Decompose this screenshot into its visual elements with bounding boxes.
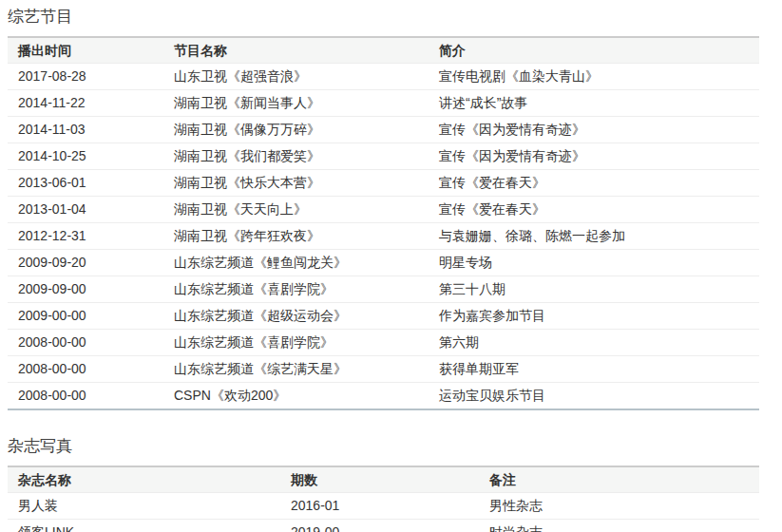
table-row: 2013-06-01 湖南卫视《快乐大本营》 宣传《爱在春天》 bbox=[8, 170, 759, 197]
table-row: 2014-11-22 湖南卫视《新闻当事人》 讲述“成长”故事 bbox=[8, 90, 759, 117]
cell-intro: 明星专场 bbox=[429, 250, 759, 276]
cell-magazine-name: 男人装 bbox=[8, 493, 280, 520]
cell-intro: 与袁姗姗、徐璐、陈燃一起参加 bbox=[429, 223, 759, 250]
column-header-note: 备注 bbox=[479, 466, 759, 493]
cell-program-name: 山东综艺频道《鲤鱼闯龙关》 bbox=[163, 250, 429, 276]
cell-program-name: CSPN《欢动200》 bbox=[163, 383, 429, 410]
cell-intro: 作为嘉宾参加节目 bbox=[429, 303, 759, 330]
cell-broadcast-time: 2014-11-22 bbox=[8, 90, 163, 117]
cell-broadcast-time: 2017-08-28 bbox=[8, 64, 163, 90]
cell-intro: 运动宝贝娱乐节目 bbox=[429, 383, 759, 410]
cell-broadcast-time: 2009-00-00 bbox=[8, 303, 163, 330]
cell-broadcast-time: 2008-00-00 bbox=[8, 330, 163, 356]
cell-issue: 2019-00 bbox=[280, 520, 479, 532]
table-row: 2009-09-20 山东综艺频道《鲤鱼闯龙关》 明星专场 bbox=[8, 250, 759, 276]
cell-magazine-name: 领客LINK bbox=[8, 520, 280, 532]
cell-intro: 宣传《因为爱情有奇迹》 bbox=[429, 143, 759, 170]
cell-note: 时尚杂志 bbox=[479, 520, 759, 532]
cell-program-name: 山东卫视《超强音浪》 bbox=[163, 64, 429, 90]
column-header-intro: 简介 bbox=[429, 37, 759, 64]
table-row: 2014-11-03 湖南卫视《偶像万万碎》 宣传《因为爱情有奇迹》 bbox=[8, 117, 759, 143]
column-header-broadcast-time: 播出时间 bbox=[8, 37, 163, 64]
table-row: 2008-00-00 山东综艺频道《喜剧学院》 第六期 bbox=[8, 330, 759, 356]
cell-program-name: 湖南卫视《快乐大本营》 bbox=[163, 170, 429, 197]
cell-program-name: 山东综艺频道《喜剧学院》 bbox=[163, 330, 429, 356]
cell-broadcast-time: 2012-12-31 bbox=[8, 223, 163, 250]
table-row: 2012-12-31 湖南卫视《跨年狂欢夜》 与袁姗姗、徐璐、陈燃一起参加 bbox=[8, 223, 759, 250]
table-row: 男人装 2016-01 男性杂志 bbox=[8, 493, 759, 520]
cell-program-name: 山东综艺频道《超级运动会》 bbox=[163, 303, 429, 330]
cell-intro: 宣传《因为爱情有奇迹》 bbox=[429, 117, 759, 143]
table-row: 2013-01-04 湖南卫视《天天向上》 宣传《爱在春天》 bbox=[8, 197, 759, 223]
cell-note: 男性杂志 bbox=[479, 493, 759, 520]
cell-intro: 获得单期亚军 bbox=[429, 356, 759, 383]
table-header-row: 杂志名称 期数 备注 bbox=[8, 466, 759, 493]
cell-program-name: 湖南卫视《偶像万万碎》 bbox=[163, 117, 429, 143]
cell-broadcast-time: 2014-11-03 bbox=[8, 117, 163, 143]
cell-broadcast-time: 2014-10-25 bbox=[8, 143, 163, 170]
table-row: 2009-09-00 山东综艺频道《喜剧学院》 第三十八期 bbox=[8, 276, 759, 303]
cell-intro: 第三十八期 bbox=[429, 276, 759, 303]
cell-program-name: 山东综艺频道《综艺满天星》 bbox=[163, 356, 429, 383]
cell-intro: 第六期 bbox=[429, 330, 759, 356]
column-header-magazine-name: 杂志名称 bbox=[8, 466, 280, 493]
section-variety-shows: 综艺节目 播出时间 节目名称 简介 2017-08-28 山东卫视《超强音浪》 … bbox=[8, 8, 759, 410]
variety-shows-table: 播出时间 节目名称 简介 2017-08-28 山东卫视《超强音浪》 宣传电视剧… bbox=[8, 36, 759, 410]
table-row: 2014-10-25 湖南卫视《我们都爱笑》 宣传《因为爱情有奇迹》 bbox=[8, 143, 759, 170]
cell-program-name: 湖南卫视《天天向上》 bbox=[163, 197, 429, 223]
cell-intro: 宣传电视剧《血染大青山》 bbox=[429, 64, 759, 90]
cell-broadcast-time: 2008-00-00 bbox=[8, 356, 163, 383]
table-row: 2008-00-00 山东综艺频道《综艺满天星》 获得单期亚军 bbox=[8, 356, 759, 383]
table-row: 2008-00-00 CSPN《欢动200》 运动宝贝娱乐节目 bbox=[8, 383, 759, 410]
cell-broadcast-time: 2009-09-00 bbox=[8, 276, 163, 303]
magazines-table: 杂志名称 期数 备注 男人装 2016-01 男性杂志 领客LINK 2019-… bbox=[8, 466, 759, 532]
cell-intro: 宣传《爱在春天》 bbox=[429, 197, 759, 223]
table-row: 2009-00-00 山东综艺频道《超级运动会》 作为嘉宾参加节目 bbox=[8, 303, 759, 330]
cell-program-name: 湖南卫视《新闻当事人》 bbox=[163, 90, 429, 117]
cell-program-name: 湖南卫视《我们都爱笑》 bbox=[163, 143, 429, 170]
magazines-title: 杂志写真 bbox=[8, 437, 759, 456]
cell-intro: 讲述“成长”故事 bbox=[429, 90, 759, 117]
column-header-issue: 期数 bbox=[280, 466, 479, 493]
variety-shows-title: 综艺节目 bbox=[8, 8, 759, 27]
cell-broadcast-time: 2009-09-20 bbox=[8, 250, 163, 276]
cell-broadcast-time: 2013-06-01 bbox=[8, 170, 163, 197]
table-header-row: 播出时间 节目名称 简介 bbox=[8, 37, 759, 64]
table-row: 2017-08-28 山东卫视《超强音浪》 宣传电视剧《血染大青山》 bbox=[8, 64, 759, 90]
section-magazines: 杂志写真 杂志名称 期数 备注 男人装 2016-01 男性杂志 领客LINK … bbox=[8, 437, 759, 532]
cell-intro: 宣传《爱在春天》 bbox=[429, 170, 759, 197]
cell-program-name: 湖南卫视《跨年狂欢夜》 bbox=[163, 223, 429, 250]
cell-program-name: 山东综艺频道《喜剧学院》 bbox=[163, 276, 429, 303]
cell-issue: 2016-01 bbox=[280, 493, 479, 520]
column-header-program-name: 节目名称 bbox=[163, 37, 429, 64]
cell-broadcast-time: 2013-01-04 bbox=[8, 197, 163, 223]
table-row: 领客LINK 2019-00 时尚杂志 bbox=[8, 520, 759, 532]
cell-broadcast-time: 2008-00-00 bbox=[8, 383, 163, 410]
page: 综艺节目 播出时间 节目名称 简介 2017-08-28 山东卫视《超强音浪》 … bbox=[0, 0, 782, 532]
